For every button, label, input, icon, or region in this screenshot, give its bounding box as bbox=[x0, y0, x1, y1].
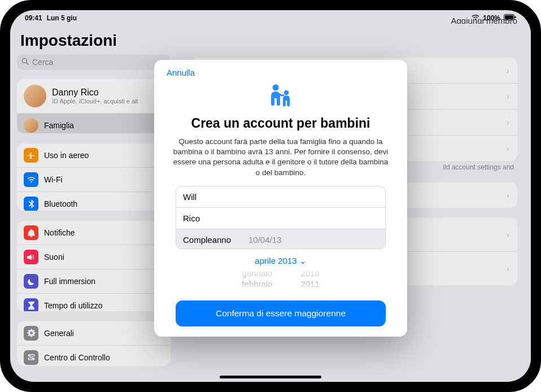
birthday-label: Compleanno bbox=[183, 235, 239, 245]
month-picker-label: aprile 2013 bbox=[255, 256, 296, 265]
first-name-value: Will bbox=[183, 192, 197, 202]
svg-point-9 bbox=[273, 85, 279, 91]
create-child-account-modal: Annulla Crea un account per bambini Ques… bbox=[154, 60, 407, 337]
date-wheel[interactable]: gennaio febbraio 2010 2011 bbox=[207, 268, 354, 293]
month-year-picker[interactable]: aprile 2013 ⌄ bbox=[167, 256, 395, 266]
wheel-month-option: febbraio bbox=[242, 279, 272, 289]
birthday-value: 10/04/13 bbox=[248, 235, 281, 245]
chevron-down-icon: ⌄ bbox=[299, 256, 307, 265]
family-icon bbox=[266, 83, 295, 112]
confirm-adult-button[interactable]: Conferma di essere maggiorenne bbox=[176, 300, 386, 326]
home-indicator[interactable] bbox=[220, 376, 321, 378]
modal-title: Crea un account per bambini bbox=[167, 116, 395, 131]
modal-description: Questo account farà parte della tua fami… bbox=[171, 137, 390, 178]
birthday-field[interactable]: Compleanno 10/04/13 bbox=[176, 229, 385, 249]
wheel-year-option: 2010 bbox=[300, 268, 319, 278]
child-form: Will Rico Compleanno 10/04/13 bbox=[176, 186, 386, 249]
wheel-year-option: 2011 bbox=[300, 279, 319, 289]
last-name-field[interactable]: Rico bbox=[176, 207, 385, 229]
wheel-month-option: gennaio bbox=[242, 268, 272, 278]
svg-point-10 bbox=[284, 90, 289, 95]
last-name-value: Rico bbox=[183, 214, 200, 223]
cancel-button[interactable]: Annulla bbox=[167, 68, 195, 77]
first-name-field[interactable]: Will bbox=[176, 186, 385, 207]
